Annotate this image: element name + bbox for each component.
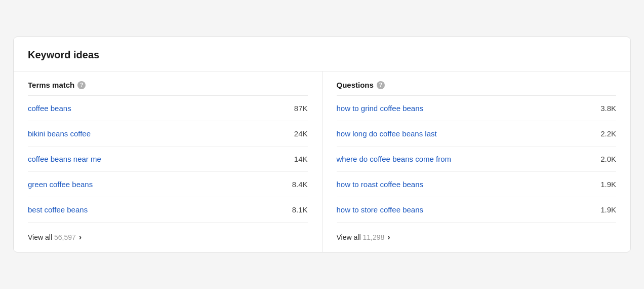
questions-column: Questions ? how to grind coffee beans 3.… [323, 71, 631, 252]
card-title: Keyword ideas [28, 49, 99, 60]
list-item: coffee beans near me 14K [28, 147, 308, 172]
list-item: best coffee beans 8.1K [28, 197, 308, 223]
keyword-volume: 8.4K [292, 180, 308, 189]
questions-view-all[interactable]: View all 11,298 › [337, 223, 617, 252]
list-item: how long do coffee beans last 2.2K [337, 121, 617, 147]
content-area: Terms match ? coffee beans 87K bikini be… [14, 71, 630, 252]
list-item: how to roast coffee beans 1.9K [337, 172, 617, 197]
view-all-label: View all [28, 233, 52, 241]
keyword-link[interactable]: best coffee beans [28, 205, 88, 214]
keyword-volume: 24K [294, 129, 308, 138]
keyword-volume: 1.9K [600, 205, 616, 214]
chevron-right-icon[interactable]: › [79, 233, 82, 242]
list-item: how to store coffee beans 1.9K [337, 197, 617, 223]
keyword-link[interactable]: coffee beans [28, 104, 71, 113]
keyword-volume: 87K [294, 104, 308, 113]
keyword-volume: 8.1K [292, 205, 308, 214]
keyword-link[interactable]: coffee beans near me [28, 155, 101, 163]
chevron-right-icon[interactable]: › [387, 233, 390, 242]
terms-match-view-all[interactable]: View all 56,597 › [28, 223, 308, 252]
terms-match-header: Terms match ? [28, 71, 308, 96]
keyword-link[interactable]: where do coffee beans come from [337, 155, 452, 163]
questions-header: Questions ? [337, 71, 617, 96]
view-all-label: View all [337, 233, 361, 241]
view-all-count: 11,298 [363, 233, 385, 241]
terms-match-help-icon[interactable]: ? [77, 81, 86, 89]
card-header: Keyword ideas [14, 37, 630, 71]
keyword-volume: 2.2K [600, 129, 616, 138]
keyword-volume: 3.8K [600, 104, 616, 113]
keyword-link[interactable]: how to grind coffee beans [337, 104, 424, 113]
terms-match-label: Terms match [28, 81, 74, 89]
list-item: coffee beans 87K [28, 96, 308, 121]
keyword-link[interactable]: how to roast coffee beans [337, 180, 424, 189]
list-item: where do coffee beans come from 2.0K [337, 147, 617, 172]
keyword-link[interactable]: how long do coffee beans last [337, 129, 437, 138]
keyword-volume: 1.9K [600, 180, 616, 189]
keyword-ideas-card: Keyword ideas Terms match ? coffee beans… [13, 37, 631, 252]
list-item: how to grind coffee beans 3.8K [337, 96, 617, 121]
keyword-link[interactable]: bikini beans coffee [28, 129, 91, 138]
terms-match-column: Terms match ? coffee beans 87K bikini be… [14, 71, 323, 252]
keyword-link[interactable]: how to store coffee beans [337, 205, 424, 214]
view-all-count: 56,597 [54, 233, 76, 241]
keyword-volume: 14K [294, 155, 308, 163]
list-item: green coffee beans 8.4K [28, 172, 308, 197]
questions-help-icon[interactable]: ? [377, 81, 385, 89]
list-item: bikini beans coffee 24K [28, 121, 308, 147]
keyword-link[interactable]: green coffee beans [28, 180, 93, 189]
keyword-volume: 2.0K [600, 155, 616, 163]
questions-label: Questions [337, 81, 374, 89]
